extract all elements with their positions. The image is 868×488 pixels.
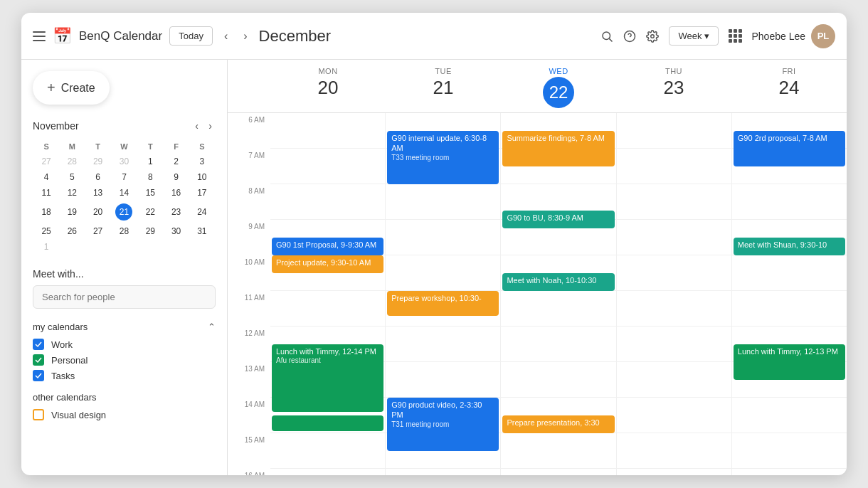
calendar-item-visual-design[interactable]: Visual design (33, 407, 216, 423)
calendar-item-personal[interactable]: Personal (33, 352, 216, 368)
personal-checkbox[interactable] (33, 354, 44, 366)
event-fri-1[interactable]: G90 2rd proposal, 7-8 AM (734, 131, 845, 166)
search-people-input[interactable] (33, 285, 216, 309)
mini-cal-day[interactable]: 14 (112, 186, 137, 200)
mini-cal-day[interactable]: 16 (164, 186, 188, 200)
event-tue-3[interactable]: G90 product video, 2-3:30 PM T31 meeting… (387, 398, 499, 451)
day-headers: MON 20 TUE 21 WED 22 THU 23 (270, 60, 847, 112)
visual-design-checkbox[interactable] (33, 409, 44, 420)
mini-cal-nav-buttons: ‹ › (191, 119, 216, 133)
event-wed-2[interactable]: G90 to BU, 8:30-9 AM (502, 211, 614, 228)
mini-cal-day[interactable]: 27 (34, 154, 58, 169)
mini-cal-day[interactable]: 20 (86, 201, 110, 223)
calendar-icon: 📅 (53, 27, 72, 46)
mini-cal-next[interactable]: › (205, 119, 216, 133)
event-wed-4[interactable]: Prepare presentation, 3:30 (502, 415, 614, 433)
mini-cal-day[interactable]: 6 (86, 170, 110, 184)
create-label: Create (61, 82, 95, 95)
mini-cal-day[interactable]: 18 (34, 201, 58, 223)
time-6am: 6 AM (228, 115, 270, 150)
wed-num: 22 (543, 77, 574, 108)
mini-cal-day[interactable]: 30 (164, 224, 188, 238)
mini-cal-day[interactable]: 23 (164, 201, 188, 223)
chevron-down-icon: ▾ (704, 31, 709, 41)
time-12am: 12 AM (228, 328, 270, 364)
mini-cal-day[interactable]: 28 (60, 154, 84, 169)
mini-cal-day[interactable]: 10 (190, 170, 214, 184)
mini-cal-day[interactable]: 12 (60, 186, 84, 200)
user-name: Phoebe Lee (751, 31, 805, 42)
mini-cal-day[interactable]: 29 (138, 224, 162, 238)
create-button[interactable]: + Create (33, 71, 110, 105)
time-7am: 7 AM (228, 150, 270, 186)
apps-grid-button[interactable] (729, 29, 741, 43)
personal-label: Personal (51, 355, 88, 366)
calendar-item-work[interactable]: Work (33, 336, 216, 352)
mini-cal-day[interactable]: 21 (112, 201, 137, 223)
mini-cal-month: November (33, 120, 79, 132)
mini-cal-day[interactable]: 4 (34, 170, 58, 184)
event-mon-2[interactable]: Project update, 9:30-10 AM (272, 255, 383, 273)
view-selector-button[interactable]: Week ▾ (669, 26, 719, 46)
mini-cal-prev[interactable]: ‹ (191, 119, 202, 133)
mini-cal-day[interactable]: 26 (60, 224, 84, 238)
day-col-tue: G90 internal update, 6:30-8 AM T33 meeti… (385, 113, 500, 475)
mini-cal-day[interactable]: 27 (86, 224, 110, 238)
day-col-thu (616, 113, 731, 475)
help-button[interactable] (623, 30, 636, 43)
next-week-button[interactable]: › (239, 27, 251, 46)
my-calendars-collapse-button[interactable]: ⌃ (208, 322, 216, 332)
time-14am: 14 AM (228, 399, 270, 435)
mini-cal-day[interactable]: 1 (138, 154, 162, 169)
mini-cal-day[interactable]: 1 (34, 240, 58, 254)
thu-name: THU (616, 67, 731, 75)
day-col-fri: G90 2rd proposal, 7-8 AM Meet with Shuan… (731, 113, 847, 475)
mini-cal-day[interactable]: 31 (190, 224, 214, 238)
search-button[interactable] (600, 30, 613, 43)
event-fri-2[interactable]: Meet with Shuan, 9:30-10 (734, 238, 845, 255)
mini-cal-day[interactable]: 29 (86, 154, 110, 169)
mini-cal-day[interactable]: 11 (34, 186, 58, 200)
mini-cal-day[interactable]: 15 (138, 186, 162, 200)
mini-cal-day[interactable]: 30 (112, 154, 137, 169)
day-header-fri: FRI 24 (731, 60, 847, 112)
mini-cal-day[interactable]: 28 (112, 224, 137, 238)
calendar-item-tasks[interactable]: Tasks (33, 368, 216, 383)
event-wed-1[interactable]: Summarize findings, 7-8 AM (502, 131, 614, 166)
mini-cal-day[interactable]: 3 (190, 154, 214, 169)
mini-cal-header: November ‹ › (33, 119, 216, 133)
my-calendars-header: my calendars ⌃ (33, 322, 216, 332)
top-bar-right: Week ▾ Phoebe Lee PL (600, 24, 835, 48)
mini-cal-day[interactable]: 7 (112, 170, 137, 184)
mini-cal-day[interactable]: 9 (164, 170, 188, 184)
user-area[interactable]: Phoebe Lee PL (751, 24, 835, 48)
event-wed-3[interactable]: Meet with Noah, 10-10:30 (502, 273, 614, 291)
mini-cal-day[interactable]: 13 (86, 186, 110, 200)
event-tue-2[interactable]: Prepare workshop, 10:30- (387, 291, 499, 316)
mini-cal-day[interactable]: 25 (34, 224, 58, 238)
prev-week-button[interactable]: ‹ (220, 27, 232, 46)
mini-cal-day[interactable]: 24 (190, 201, 214, 223)
mini-cal-day[interactable]: 2 (164, 154, 188, 169)
work-checkbox[interactable] (33, 339, 44, 350)
today-button[interactable]: Today (169, 26, 213, 46)
tasks-checkbox[interactable] (33, 370, 44, 381)
svg-line-1 (610, 38, 613, 41)
event-mon-4[interactable] (272, 415, 383, 431)
other-calendars-title: other calendars (33, 392, 97, 403)
mini-cal-day[interactable]: 5 (60, 170, 84, 184)
event-fri-3[interactable]: Lunch with Timmy, 12-13 PM (734, 344, 845, 380)
mon-num: 20 (270, 77, 386, 99)
mini-cal-day[interactable]: 8 (138, 170, 162, 184)
settings-button[interactable] (646, 30, 659, 43)
mini-cal-day[interactable]: 19 (60, 201, 84, 223)
event-mon-1[interactable]: G90 1st Proposal, 9-9:30 AM (272, 238, 383, 255)
mini-cal-day[interactable]: 17 (190, 186, 214, 200)
menu-button[interactable] (33, 31, 46, 41)
hamburger-icon (33, 31, 46, 41)
plus-icon: + (47, 80, 55, 96)
mini-cal-day[interactable]: 22 (138, 201, 162, 223)
event-tue-1[interactable]: G90 internal update, 6:30-8 AM T33 meeti… (387, 131, 499, 184)
event-mon-3[interactable]: Lunch with Timmy, 12-14 PM Afu restauran… (272, 344, 383, 412)
calendar-grid: G90 1st Proposal, 9-9:30 AM Project upda… (270, 113, 847, 475)
